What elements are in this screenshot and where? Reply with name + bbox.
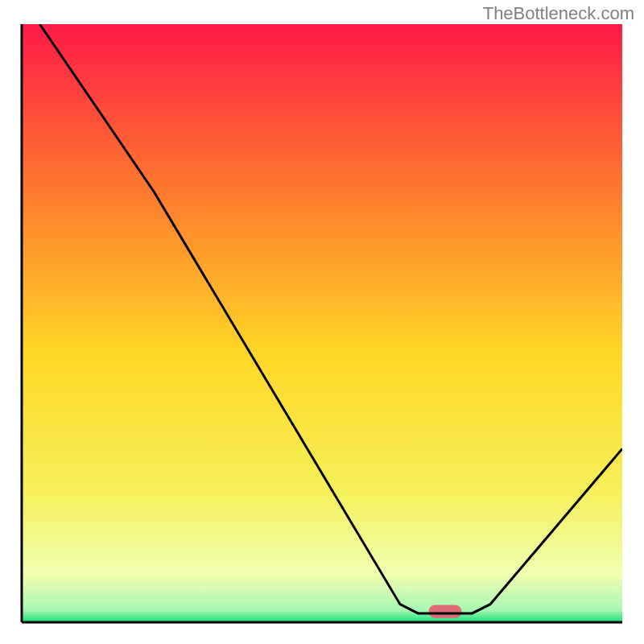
gradient-background [22,24,622,622]
watermark-text: TheBottleneck.com [483,3,634,24]
optimal-marker [428,605,461,617]
chart-container: TheBottleneck.com [0,0,644,644]
chart-svg [0,0,644,644]
plot-area [22,24,622,622]
